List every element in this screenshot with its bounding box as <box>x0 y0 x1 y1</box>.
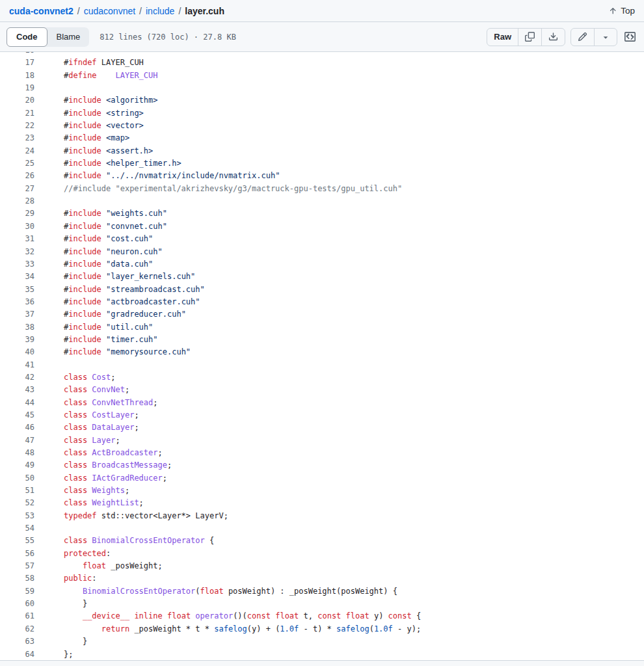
download-button[interactable] <box>541 29 565 46</box>
code-line: 16 <box>0 52 644 57</box>
code-line: 61 __device__ inline float operator()(co… <box>0 610 644 622</box>
code-line: 27//#include "experimental/akrizhevsky/g… <box>0 183 644 195</box>
code-line: 31#include "cost.cuh" <box>0 233 644 245</box>
code-line: 22#include <vector> <box>0 120 644 132</box>
code-line: 59 BinomialCrossEntOperator(float posWei… <box>0 585 644 598</box>
line-number[interactable]: 52 <box>0 497 34 509</box>
code-line: 23#include <map> <box>0 132 644 144</box>
breadcrumb-item-cudaconvnet[interactable]: cudaconvnet <box>84 6 135 16</box>
line-number[interactable]: 57 <box>0 560 34 572</box>
line-code: public: <box>34 572 97 585</box>
line-number[interactable]: 51 <box>0 485 34 497</box>
line-number[interactable]: 19 <box>0 82 34 94</box>
line-number[interactable]: 36 <box>0 296 34 308</box>
line-number[interactable]: 17 <box>0 57 34 69</box>
code-line: 18#define LAYER_CUH <box>0 70 644 82</box>
line-number[interactable]: 54 <box>0 522 34 535</box>
line-number[interactable]: 56 <box>0 548 34 560</box>
line-code: #ifndef LAYER_CUH <box>34 57 144 69</box>
line-number[interactable]: 63 <box>0 635 34 648</box>
line-number[interactable]: 47 <box>0 434 34 447</box>
bottom-edge-strip <box>0 660 644 666</box>
line-code: class Cost; <box>34 371 116 384</box>
line-number[interactable]: 32 <box>0 246 34 258</box>
line-number[interactable]: 26 <box>0 170 34 182</box>
line-number[interactable]: 27 <box>0 183 34 195</box>
line-number[interactable]: 58 <box>0 572 34 585</box>
line-number[interactable]: 35 <box>0 284 34 296</box>
line-code: class DataLayer; <box>34 421 139 434</box>
breadcrumb-item-include[interactable]: include <box>146 6 174 16</box>
code-line: 35#include "streambroadcast.cuh" <box>0 284 644 296</box>
tab-code[interactable]: Code <box>7 27 47 47</box>
line-number[interactable]: 18 <box>0 70 34 82</box>
line-code: }; <box>34 648 73 661</box>
line-number[interactable]: 38 <box>0 321 34 334</box>
line-code: float _posWeight; <box>34 560 163 572</box>
line-number[interactable]: 21 <box>0 107 34 120</box>
code-line: 48class ActBroadcaster; <box>0 447 644 459</box>
code-line: 60 } <box>0 598 644 610</box>
line-number[interactable]: 45 <box>0 409 34 421</box>
arrow-up-icon <box>608 7 617 16</box>
copy-button[interactable] <box>518 29 541 46</box>
line-number[interactable]: 28 <box>0 195 34 207</box>
line-number[interactable]: 48 <box>0 447 34 459</box>
line-number[interactable]: 43 <box>0 384 34 396</box>
line-number[interactable]: 20 <box>0 94 34 107</box>
raw-button[interactable]: Raw <box>487 29 518 46</box>
edit-options-button[interactable] <box>594 29 617 46</box>
code-line: 40#include "memorysource.cuh" <box>0 346 644 358</box>
line-code: #include "layer_kernels.cuh" <box>34 271 195 283</box>
line-code: #define LAYER_CUH <box>34 70 158 82</box>
line-code: class Weights; <box>34 485 129 497</box>
line-code: } <box>34 635 87 648</box>
file-toolbar: Code Blame 812 lines (720 loc) · 27.8 KB… <box>0 22 644 52</box>
line-number[interactable]: 25 <box>0 157 34 170</box>
code-line: 36#include "actbroadcaster.cuh" <box>0 296 644 308</box>
code-line: 21#include <string> <box>0 107 644 120</box>
line-number[interactable]: 55 <box>0 535 34 547</box>
line-number[interactable]: 33 <box>0 258 34 271</box>
code-lines: 1617#ifndef LAYER_CUH18#define LAYER_CUH… <box>0 52 644 660</box>
line-code: BinomialCrossEntOperator(float posWeight… <box>34 585 397 598</box>
edit-button[interactable] <box>571 29 594 46</box>
symbols-panel-button[interactable] <box>623 30 637 44</box>
line-number[interactable]: 16 <box>0 52 34 57</box>
line-code: return _posWeight * t * safelog(y) + (1.… <box>34 623 421 635</box>
line-number[interactable]: 53 <box>0 510 34 522</box>
breadcrumb-item-cuda-convnet2[interactable]: cuda-convnet2 <box>9 6 74 16</box>
line-number[interactable]: 29 <box>0 207 34 220</box>
line-number[interactable]: 44 <box>0 397 34 409</box>
tab-blame[interactable]: Blame <box>47 27 90 47</box>
line-number[interactable]: 46 <box>0 421 34 434</box>
line-number[interactable]: 24 <box>0 145 34 157</box>
line-number[interactable]: 42 <box>0 371 34 384</box>
line-number[interactable]: 34 <box>0 271 34 283</box>
line-number[interactable]: 49 <box>0 459 34 472</box>
code-line: 37#include "gradreducer.cuh" <box>0 308 644 321</box>
line-number[interactable]: 37 <box>0 308 34 321</box>
line-number[interactable]: 30 <box>0 220 34 233</box>
line-number[interactable]: 59 <box>0 585 34 598</box>
line-code: class WeightList; <box>34 497 144 509</box>
breadcrumb-separator: / <box>77 6 80 16</box>
line-number[interactable]: 62 <box>0 623 34 635</box>
line-number[interactable]: 50 <box>0 472 34 485</box>
line-number[interactable]: 39 <box>0 334 34 346</box>
code-line: 49class BroadcastMessage; <box>0 459 644 472</box>
breadcrumb: cuda-convnet2/cudaconvnet/include/layer.… <box>9 6 224 16</box>
line-number[interactable]: 64 <box>0 648 34 661</box>
line-number[interactable]: 41 <box>0 359 34 371</box>
line-number[interactable]: 40 <box>0 346 34 358</box>
line-number[interactable]: 22 <box>0 120 34 132</box>
line-number[interactable]: 31 <box>0 233 34 245</box>
line-code: #include "convnet.cuh" <box>34 220 167 233</box>
line-number[interactable]: 23 <box>0 132 34 144</box>
line-number[interactable]: 61 <box>0 610 34 622</box>
scroll-to-top-link[interactable]: Top <box>608 6 635 16</box>
breadcrumb-bar: cuda-convnet2/cudaconvnet/include/layer.… <box>0 0 644 22</box>
line-number[interactable]: 60 <box>0 598 34 610</box>
edit-group <box>570 28 617 46</box>
code-line: 32#include "neuron.cuh" <box>0 246 644 258</box>
